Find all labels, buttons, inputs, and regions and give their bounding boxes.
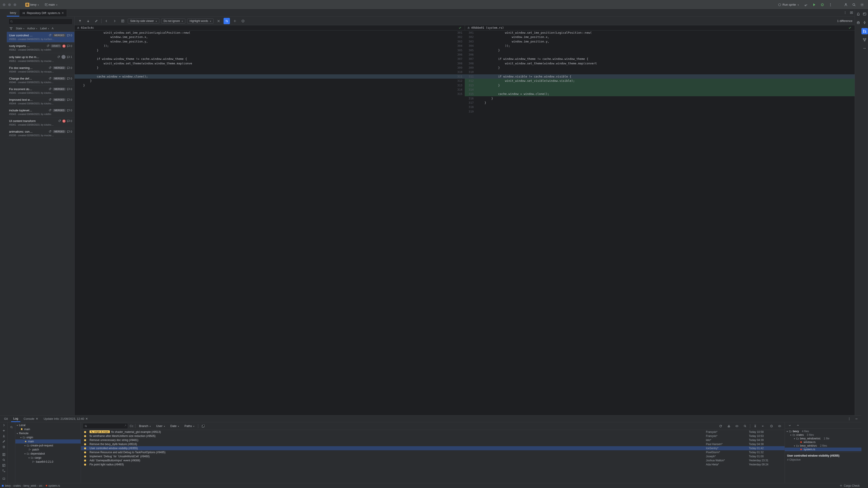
pr-item[interactable]: Fix incorrent do…MERGED0#9345 · created … [7, 86, 74, 96]
pr-item[interactable]: Improved text w…MERGED0#9344 · created 0… [7, 96, 74, 107]
nav-back-icon[interactable] [103, 18, 110, 24]
commit-row[interactable]: origin & mainfix shader_material_glsl ex… [81, 430, 784, 434]
reader-mode-icon[interactable] [848, 9, 855, 16]
notifications-icon[interactable] [855, 11, 862, 17]
diff-settings-icon[interactable] [232, 18, 238, 24]
tree-cpr[interactable]: create-pull-request [16, 444, 81, 448]
diff-body[interactable]: winit_window.set_ime_position(LogicalPos… [74, 31, 855, 415]
project-selector[interactable]: B bevy [24, 2, 41, 8]
commit-tool-icon[interactable] [862, 20, 868, 26]
tree-local[interactable]: Local [16, 423, 81, 427]
tree-base64[interactable]: base64-0.21.0 [16, 460, 81, 464]
pull-requests-tool-icon[interactable] [862, 28, 868, 34]
tab-menu-icon[interactable] [842, 9, 848, 16]
traffic-min[interactable] [8, 3, 11, 6]
undo-icon[interactable] [760, 423, 767, 429]
pr-item[interactable]: UI content transform✕0#9341 · created 03… [7, 118, 74, 128]
tree-dependabot[interactable]: dependabot [16, 452, 81, 456]
pr-item[interactable]: only take up to the m…1#9351 · created 0… [7, 53, 74, 64]
filter-icon[interactable] [9, 26, 13, 31]
structure-tool-icon[interactable] [862, 37, 868, 43]
run-config-selector[interactable]: Run sprite [776, 2, 801, 7]
pr-item[interactable]: rusty imports …DRAFT✕0#9352 · created 04… [7, 42, 74, 53]
next-diff-icon[interactable] [85, 18, 91, 24]
go-to-hash-icon[interactable] [752, 423, 758, 429]
ft-system-rs[interactable]: system.rs [785, 448, 862, 451]
delete-branch-icon[interactable] [1, 445, 7, 449]
whitespace-combo[interactable]: Do not ignore [161, 19, 185, 24]
commit-row[interactable]: Remove Resource and add Debug to TaskPoo… [81, 450, 784, 454]
new-branch-icon[interactable] [1, 429, 7, 432]
pr-item[interactable]: Change the def…MERGED0#9346 · created 03… [7, 75, 74, 86]
edit-diff-icon[interactable] [93, 18, 99, 24]
commit-row[interactable]: Remove the bevy_dylib feature (#9516)Pau… [81, 442, 784, 446]
commits-list[interactable]: origin & mainfix shader_material_glsl ex… [81, 430, 784, 483]
tree-remote[interactable]: Remote [16, 431, 81, 435]
pr-item[interactable]: User controlled …MERGED0#9355 · created … [7, 32, 74, 42]
tab-git[interactable]: Git [2, 416, 10, 422]
sync-scroll-icon[interactable] [223, 18, 230, 24]
tab-console[interactable]: Console✕ [21, 416, 40, 422]
branch-selector[interactable]: main [42, 2, 59, 7]
match-case-toggle[interactable]: Cc [130, 424, 133, 428]
debug-button[interactable] [819, 2, 826, 8]
commit-search-input[interactable] [83, 423, 128, 429]
prev-diff-icon[interactable] [77, 18, 83, 24]
breadcrumb-segment[interactable]: bevy [5, 484, 11, 487]
breadcrumb-segment[interactable]: src [39, 484, 42, 487]
ft-expand-icon[interactable] [786, 422, 793, 429]
close-icon[interactable]: ✕ [36, 417, 38, 420]
commit-row[interactable]: Remove unnecessary doc string (#9481)lel… [81, 438, 784, 442]
branch-search-icon[interactable] [8, 424, 15, 430]
search-everywhere-icon[interactable] [851, 2, 857, 8]
commit-row[interactable]: Fix point light radius (#9493)Ada Hieta*… [81, 462, 784, 466]
minimize-icon[interactable] [853, 416, 860, 422]
project-panel-tab[interactable]: bevy [7, 9, 19, 17]
editor-tab-diff[interactable]: Repository Diff: system.rs ✕ [20, 9, 67, 17]
restore-layout-icon[interactable] [1, 464, 7, 467]
filter-user-combo[interactable]: User [154, 424, 166, 428]
ft-bevy-window[interactable]: bevy_window/src 1 file [785, 437, 862, 440]
settings-icon[interactable] [859, 2, 865, 8]
regex-toggle[interactable]: .* [125, 424, 126, 427]
intellisort-icon[interactable] [776, 423, 783, 429]
filter-label[interactable]: Label [40, 27, 49, 30]
viewer-mode-combo[interactable]: Side-by-side viewer [128, 19, 159, 24]
tree-local-main[interactable]: main [16, 427, 81, 431]
tree-patch[interactable]: patch [16, 448, 81, 452]
tree-cargo[interactable]: cargo [16, 456, 81, 460]
breadcrumb-segment[interactable]: crates [13, 484, 21, 487]
ft-bevy-winit[interactable]: bevy_winit/src 2 files [785, 444, 862, 448]
filter-assignee[interactable]: A [52, 27, 54, 30]
tree-origin-main[interactable]: ★main [16, 440, 81, 444]
close-icon[interactable]: ✕ [61, 11, 64, 15]
cargo-check-label[interactable]: Cargo Check [844, 484, 860, 487]
code-with-me-icon[interactable] [843, 2, 849, 8]
pr-item[interactable]: animations: con…MERGED0#9338 · created 0… [7, 128, 74, 139]
filter-author[interactable]: Author [27, 27, 37, 30]
highlight-combo[interactable]: Highlight words [187, 19, 214, 24]
refresh-icon[interactable] [717, 423, 724, 429]
pr-search-input[interactable] [8, 19, 72, 25]
more-tools-icon[interactable] [862, 45, 868, 52]
open-new-tab-icon[interactable] [200, 423, 206, 429]
breadcrumb-segment[interactable]: system.rs [45, 484, 60, 487]
filter-branch-combo[interactable]: Branch [137, 424, 153, 428]
filter-state[interactable]: State [16, 27, 24, 30]
panel-menu-icon[interactable] [846, 416, 852, 422]
tab-log[interactable]: Log [11, 416, 21, 422]
commit-row[interactable]: User controlled window visibility (#9355… [81, 446, 784, 450]
tab-update-info[interactable]: Update Info: 21/08/2023, 12:40✕ [41, 416, 90, 422]
branch-tool-icon[interactable] [1, 469, 7, 473]
ft-window-rs[interactable]: window.rs [785, 440, 862, 444]
pr-item[interactable]: include toplevel…MERGED0#9343 · created … [7, 107, 74, 118]
edit-remote-icon[interactable] [1, 440, 7, 443]
diff-help-icon[interactable]: ? [240, 18, 246, 24]
commit-row[interactable]: fix wireframe after MeshUniform size red… [81, 434, 784, 438]
more-actions-button[interactable] [827, 2, 834, 8]
breadcrumb[interactable]: bevy›crates›bevy_winit›src›system.rs [5, 484, 60, 487]
show-details-icon[interactable] [1, 458, 7, 462]
nav-fwd-icon[interactable] [112, 18, 118, 24]
ft-root[interactable]: bevy 4 files [785, 429, 862, 433]
run-button[interactable] [811, 2, 817, 8]
